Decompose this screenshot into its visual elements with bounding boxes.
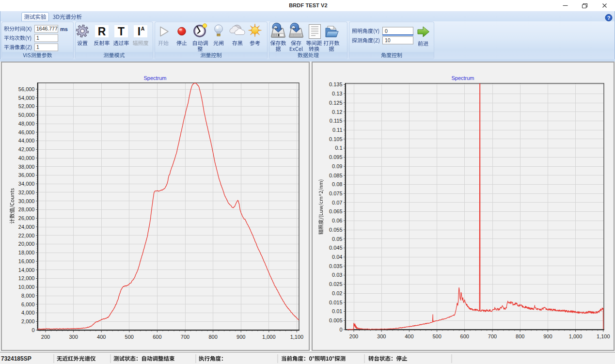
svg-text:0.11: 0.11 bbox=[332, 127, 343, 133]
svg-text:52,000: 52,000 bbox=[18, 103, 35, 109]
svg-text:44,000: 44,000 bbox=[18, 138, 35, 143]
svg-text:0.1: 0.1 bbox=[335, 145, 342, 151]
svg-text:800: 800 bbox=[208, 334, 217, 340]
svg-text:700: 700 bbox=[488, 333, 497, 339]
svg-text:20,000: 20,000 bbox=[18, 241, 35, 247]
svg-text:200: 200 bbox=[41, 334, 50, 340]
svg-text:34,000: 34,000 bbox=[18, 181, 35, 187]
svg-text:0.09: 0.09 bbox=[332, 163, 342, 169]
svg-text:0: 0 bbox=[385, 28, 388, 34]
svg-text:0.07: 0.07 bbox=[332, 200, 342, 206]
svg-text:200: 200 bbox=[349, 333, 358, 339]
svg-text:32,000: 32,000 bbox=[18, 190, 35, 195]
svg-text:Spectrum: Spectrum bbox=[143, 75, 166, 81]
svg-text:0: 0 bbox=[339, 327, 342, 332]
svg-text:26,000: 26,000 bbox=[18, 215, 35, 221]
svg-text:54,000: 54,000 bbox=[18, 95, 35, 101]
svg-text:0.035: 0.035 bbox=[329, 263, 343, 269]
svg-text:1,100: 1,100 bbox=[290, 334, 304, 340]
svg-text:10,000: 10,000 bbox=[18, 284, 35, 290]
svg-text:400: 400 bbox=[97, 334, 106, 340]
svg-text:46,000: 46,000 bbox=[18, 129, 35, 135]
svg-text:50,000: 50,000 bbox=[18, 112, 35, 118]
svg-text:800: 800 bbox=[516, 333, 524, 339]
svg-text:0.08: 0.08 bbox=[332, 181, 342, 187]
svg-text:0.055: 0.055 bbox=[329, 227, 343, 233]
svg-text:22,000: 22,000 bbox=[18, 233, 35, 238]
svg-text:0.12: 0.12 bbox=[332, 109, 342, 115]
svg-text:700: 700 bbox=[181, 334, 189, 340]
svg-text:4,000: 4,000 bbox=[21, 310, 35, 316]
svg-text:0.04: 0.04 bbox=[332, 254, 342, 260]
svg-text:0.005: 0.005 bbox=[329, 317, 343, 323]
svg-text:300: 300 bbox=[69, 334, 78, 340]
svg-text:BRDF TEST V2: BRDF TEST V2 bbox=[289, 2, 327, 8]
svg-text:0.065: 0.065 bbox=[329, 208, 343, 214]
svg-text:2,000: 2,000 bbox=[21, 318, 35, 324]
svg-text:56,000: 56,000 bbox=[18, 86, 35, 92]
svg-text:0.05: 0.05 bbox=[332, 236, 342, 242]
svg-text:0.045: 0.045 bbox=[329, 245, 343, 251]
svg-text:1: 1 bbox=[36, 35, 39, 41]
svg-text:0.125: 0.125 bbox=[329, 100, 343, 106]
svg-text:16,000: 16,000 bbox=[18, 258, 35, 264]
svg-text:1,000: 1,000 bbox=[569, 333, 583, 339]
svg-text:0.095: 0.095 bbox=[329, 154, 343, 160]
svg-text:6,000: 6,000 bbox=[21, 301, 35, 307]
svg-text:48,000: 48,000 bbox=[18, 121, 35, 127]
svg-text:I: I bbox=[138, 25, 141, 38]
svg-text:30,000: 30,000 bbox=[18, 198, 35, 204]
svg-text:40,000: 40,000 bbox=[18, 155, 35, 161]
svg-text:R: R bbox=[98, 25, 106, 38]
svg-text:A: A bbox=[141, 26, 145, 32]
svg-text:0.115: 0.115 bbox=[330, 118, 343, 124]
svg-text:7324185SP: 7324185SP bbox=[1, 355, 32, 362]
svg-text:1,000: 1,000 bbox=[262, 334, 276, 340]
svg-text:36,000: 36,000 bbox=[18, 172, 35, 178]
svg-text:900: 900 bbox=[237, 334, 245, 340]
svg-text:10: 10 bbox=[385, 37, 391, 43]
svg-text:500: 500 bbox=[125, 334, 134, 340]
svg-text:1646.777: 1646.777 bbox=[36, 26, 58, 32]
svg-text:42,000: 42,000 bbox=[18, 146, 35, 152]
svg-text:28,000: 28,000 bbox=[18, 206, 35, 212]
svg-text:600: 600 bbox=[460, 333, 469, 339]
svg-text:400: 400 bbox=[405, 333, 413, 339]
svg-text:8,000: 8,000 bbox=[21, 293, 35, 299]
svg-text:T: T bbox=[118, 25, 125, 38]
svg-text:0.025: 0.025 bbox=[329, 281, 343, 287]
svg-text:1: 1 bbox=[36, 44, 39, 50]
svg-text:500: 500 bbox=[432, 333, 441, 339]
svg-text:24,000: 24,000 bbox=[18, 224, 35, 230]
svg-text:14,000: 14,000 bbox=[18, 267, 35, 273]
svg-text:0: 0 bbox=[32, 327, 34, 333]
svg-text:0.085: 0.085 bbox=[329, 173, 343, 178]
svg-text:600: 600 bbox=[153, 334, 161, 340]
svg-text:0.02: 0.02 bbox=[332, 290, 342, 296]
svg-text:900: 900 bbox=[543, 333, 552, 339]
svg-text:0.075: 0.075 bbox=[329, 190, 343, 196]
svg-text:0.105: 0.105 bbox=[329, 136, 343, 142]
svg-text:0.13: 0.13 bbox=[332, 91, 342, 96]
svg-text:0.03: 0.03 bbox=[332, 272, 342, 278]
svg-text:18,000: 18,000 bbox=[18, 250, 35, 255]
svg-text:0.06: 0.06 bbox=[332, 218, 342, 223]
svg-text:12,000: 12,000 bbox=[18, 275, 35, 281]
svg-text:ms: ms bbox=[60, 26, 68, 32]
svg-text:0.135: 0.135 bbox=[329, 81, 343, 87]
svg-text:300: 300 bbox=[377, 333, 386, 339]
svg-text:38,000: 38,000 bbox=[18, 164, 35, 170]
svg-text:?: ? bbox=[607, 15, 611, 21]
svg-text:Spectrum: Spectrum bbox=[451, 75, 474, 81]
svg-text:1,100: 1,100 bbox=[597, 333, 610, 339]
svg-text:0.01: 0.01 bbox=[332, 308, 342, 314]
svg-text:0.015: 0.015 bbox=[329, 300, 343, 305]
